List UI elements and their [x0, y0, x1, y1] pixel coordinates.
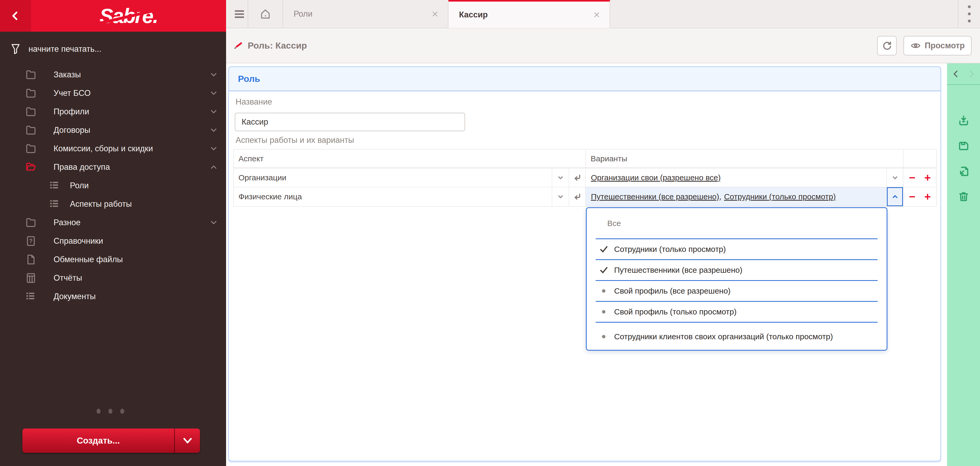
panel-title: Роль: [238, 73, 260, 84]
view-button[interactable]: Просмотр: [904, 36, 972, 56]
dropdown-item[interactable]: Сотрудники (только просмотр): [587, 239, 887, 259]
table-header-row: Аспект Варианты: [234, 150, 937, 168]
create-button[interactable]: Создать...: [22, 429, 174, 453]
sabre-logo: Sabre.: [31, 0, 226, 32]
report-icon: [25, 272, 37, 284]
bullet-dot-icon: [602, 310, 605, 314]
folder-icon: [25, 124, 37, 136]
folder-icon: [25, 106, 37, 118]
variant-link[interactable]: Сотрудники (только просмотр): [724, 192, 836, 201]
row-actions: − +: [903, 187, 937, 206]
sidebar-item-zakazy[interactable]: Заказы: [0, 65, 226, 84]
remove-row-button[interactable]: −: [909, 172, 916, 183]
dropdown-item[interactable]: Путешественники (все разрешено): [587, 260, 887, 280]
tab-bar: Роли Кассир: [226, 0, 980, 28]
sidebar-filter-input[interactable]: [29, 45, 187, 54]
sidebar-item-komissii[interactable]: Комиссии, сборы и скидки: [0, 139, 226, 158]
variant-separator: ,: [719, 192, 721, 201]
apply-aspect-button[interactable]: [569, 168, 585, 187]
variants-dropdown-toggle[interactable]: [887, 187, 903, 206]
variants-dropdown-toggle[interactable]: [887, 168, 903, 187]
sidebar-item-label: Аспекты работы: [70, 199, 218, 209]
role-panel-header: Роль: [229, 67, 940, 91]
list-icon: [25, 291, 37, 302]
sidebar-item-profili[interactable]: Профили: [0, 102, 226, 121]
sidebar-item-uchet-bso[interactable]: Учет БСО: [0, 84, 226, 102]
sidebar-item-label: Заказы: [54, 70, 209, 80]
close-icon[interactable]: [593, 11, 600, 18]
close-icon[interactable]: [431, 11, 438, 18]
dropdown-item-label: Сотрудники клиентов своих организаций (т…: [614, 332, 833, 341]
save-icon[interactable]: [958, 140, 970, 152]
sidebar-header: Sabre.: [0, 0, 226, 32]
refresh-button[interactable]: [877, 36, 897, 56]
dropdown-item[interactable]: Свой профиль (все разрешено): [587, 281, 887, 301]
column-header-variants: Варианты: [586, 150, 904, 168]
chevron-up-icon: [209, 163, 218, 172]
aspect-cell[interactable]: Организации: [234, 168, 552, 187]
sidebar: Sabre. Заказы Учет БСО: [0, 0, 226, 466]
trash-icon[interactable]: [958, 191, 970, 203]
sidebar-item-label: Разное: [54, 218, 209, 227]
export-icon[interactable]: [958, 165, 970, 177]
chevron-down-icon: [557, 193, 565, 201]
create-dropdown-button[interactable]: [175, 429, 200, 453]
sidebar-item-spravochniki[interactable]: ? Справочники: [0, 232, 226, 250]
aspect-dropdown-toggle[interactable]: [552, 168, 569, 187]
kebab-menu-icon[interactable]: [958, 5, 980, 22]
table-row: Физические лица Путешественники (все раз…: [234, 187, 937, 206]
sidebar-item-dokumenty[interactable]: Документы: [0, 287, 226, 306]
sidebar-item-obmennye-fayly[interactable]: Обменные файлы: [0, 250, 226, 269]
home-icon[interactable]: [259, 8, 272, 20]
aspect-cell[interactable]: Физические лица: [234, 187, 552, 206]
page-title: Роль: Кассир: [248, 40, 307, 51]
aspects-table: Аспект Варианты Организации Организации …: [234, 149, 937, 206]
chevron-down-icon: [209, 126, 218, 135]
tab-label: Кассир: [459, 10, 593, 19]
tab-label: Роли: [294, 9, 431, 19]
create-button-label: Создать...: [77, 436, 120, 446]
sidebar-item-aspekty-raboty[interactable]: Аспекты работы: [0, 195, 226, 213]
filter-funnel-icon: [10, 43, 22, 55]
tab-roli[interactable]: Роли: [283, 0, 449, 28]
add-row-button[interactable]: +: [924, 172, 931, 183]
role-panel: Роль Название Аспекты работы и их вариан…: [228, 66, 941, 461]
name-field[interactable]: [235, 113, 465, 131]
tab-kassir[interactable]: Кассир: [449, 0, 610, 28]
refresh-icon: [882, 41, 892, 51]
dropdown-item[interactable]: Свой профиль (только просмотр): [587, 302, 887, 322]
add-row-button[interactable]: +: [924, 191, 931, 202]
hamburger-menu-icon[interactable]: [233, 6, 248, 21]
return-arrow-icon: [573, 192, 582, 201]
dropdown-item-label: Свой профиль (только просмотр): [614, 307, 737, 316]
remove-row-button[interactable]: −: [909, 191, 916, 202]
view-button-label: Просмотр: [924, 41, 965, 50]
sidebar-item-otchety[interactable]: Отчёты: [0, 269, 226, 287]
dropdown-item[interactable]: Сотрудники клиентов своих организаций (т…: [587, 322, 887, 350]
file-icon: [25, 254, 37, 265]
collapse-sidebar-button[interactable]: [0, 0, 31, 32]
nav-prev-icon[interactable]: [951, 69, 961, 79]
sidebar-item-dogovory[interactable]: Договоры: [0, 121, 226, 139]
aspect-dropdown-toggle[interactable]: [552, 187, 569, 206]
chevron-left-icon: [10, 10, 21, 22]
dropdown-item-all[interactable]: Все: [587, 208, 887, 238]
variants-dropdown-menu: Все Сотрудники (только просмотр) Путешес…: [586, 207, 888, 351]
sidebar-item-prava-dostupa[interactable]: Права доступа: [0, 158, 226, 176]
sidebar-filter-row: [0, 40, 226, 59]
nav-next-icon[interactable]: [967, 69, 976, 79]
folder-open-icon: [25, 161, 37, 173]
apply-aspect-button[interactable]: [569, 187, 585, 206]
app-window: Sabre. Заказы Учет БСО: [0, 0, 980, 466]
download-icon[interactable]: [958, 115, 970, 127]
column-header-actions: [904, 150, 937, 168]
variant-link[interactable]: Организации свои (разрешено все): [591, 173, 721, 182]
sidebar-item-label: Права доступа: [54, 162, 209, 172]
dropdown-item-label: Все: [607, 219, 621, 228]
green-bar-actions: [947, 85, 980, 203]
sidebar-item-roli[interactable]: Роли: [0, 176, 226, 195]
chevron-down-icon: [209, 107, 218, 116]
variant-link[interactable]: Путешественники (все разрешено): [591, 192, 719, 201]
sidebar-item-raznoe[interactable]: Разное: [0, 213, 226, 232]
edit-pencil-icon: [232, 40, 243, 51]
